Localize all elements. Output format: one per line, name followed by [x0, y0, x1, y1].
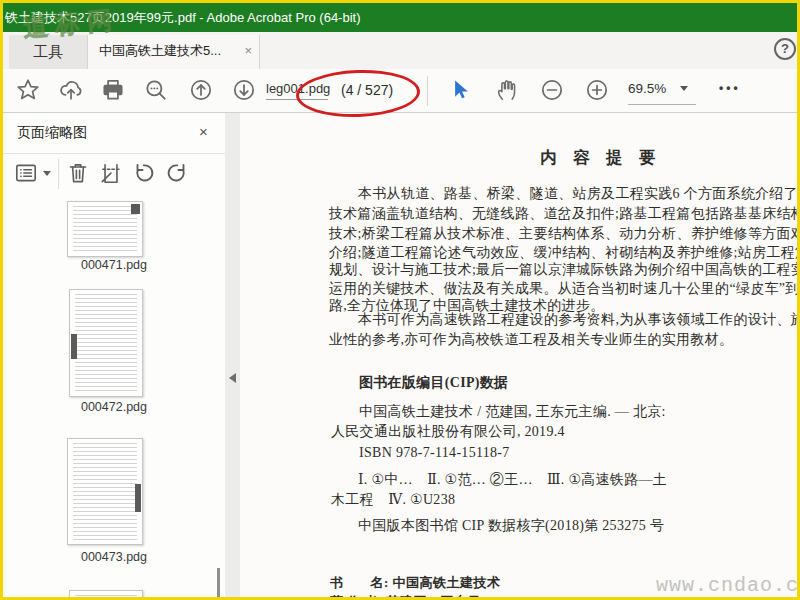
collapse-panel-icon[interactable]	[229, 373, 236, 383]
close-panel-icon[interactable]: ×	[199, 123, 208, 140]
cip-line: 中国高铁土建技术 / 范建国, 王东元主编. — 北京:	[359, 403, 666, 421]
main-toolbar: leg001.pdg (4 / 527) 69.5% •••	[3, 69, 797, 113]
page-down-icon[interactable]	[231, 77, 257, 103]
thumbnail-mark	[71, 334, 77, 359]
star-icon[interactable]	[15, 77, 41, 103]
paragraph-line: 本书可作为高速铁路工程建设的参考资料,为从事该领域工作的设计、施工、科研技术人	[358, 311, 797, 329]
zoom-level-value: 69.5%	[628, 81, 666, 96]
tab-document[interactable]: 中国高铁土建技术5... ×	[87, 35, 260, 69]
title-bar: 铁土建技术527页2019年99元.pdf - Adobe Acrobat Pr…	[3, 3, 797, 32]
cip-line: 人民交通出版社股份有限公司, 2019.4	[331, 423, 565, 441]
section-heading: 内 容 提 要	[540, 147, 656, 169]
paragraph-line: 介绍;隧道工程篇论述气动效应、缓冲结构、衬砌结构及养护维修;站房工程篇重点叙述了…	[329, 244, 797, 262]
acrobat-window: 铁土建技术527页2019年99元.pdf - Adobe Acrobat Pr…	[0, 0, 800, 600]
document-page: 内 容 提 要 本书从轨道、路基、桥梁、隧道、站房及工程实践6 个方面系统介绍了…	[240, 113, 797, 597]
page-thumbnail[interactable]	[67, 201, 143, 257]
help-icon[interactable]: ?	[774, 38, 796, 60]
select-cursor-icon[interactable]	[447, 77, 473, 103]
cloud-upload-icon[interactable]	[58, 77, 84, 103]
more-options-icon[interactable]: •••	[719, 81, 741, 95]
isbn-line: ISBN 978-7-114-15118-7	[359, 445, 510, 461]
toolbar-separator	[427, 76, 428, 106]
paragraph-line: 业性的参考,亦可作为高校铁道工程及相关专业师生的实用教材。	[329, 331, 733, 349]
tab-bar: 工具 中国高铁土建技术5... ×	[3, 32, 797, 70]
thumbnails-panel: 页面缩略图 ×	[3, 113, 225, 597]
trash-icon[interactable]	[65, 160, 91, 186]
thumbnail-label: 000473.pdg	[3, 550, 225, 564]
search-icon[interactable]	[143, 77, 169, 103]
panel-toolbar-separator	[58, 159, 59, 189]
classification-line: 木工程 Ⅳ. ①U238	[331, 491, 455, 509]
hand-tool-icon[interactable]	[493, 77, 519, 103]
thumbnail-content	[73, 443, 137, 540]
book-author-line: 著 作 者: 范建国 王东元	[330, 593, 481, 597]
cip-header: 图书在版编目(CIP)数据	[359, 374, 508, 392]
page-up-icon[interactable]	[188, 77, 214, 103]
thumbnail-mark	[135, 484, 141, 512]
panel-title: 页面缩略图	[17, 124, 87, 142]
zoom-in-icon[interactable]	[584, 77, 610, 103]
thumbnail-options-icon[interactable]	[13, 160, 39, 186]
book-title-line: 书 名: 中国高铁土建技术	[330, 574, 501, 592]
paragraph-line: 运用的关键技术、做法及有关成果。从适合当初时速几十公里的“绿皮车”到现在风驰电掣	[329, 280, 797, 298]
page-thumbnail[interactable]	[69, 590, 143, 600]
crop-pages-icon[interactable]	[98, 160, 124, 186]
rotate-cw-icon[interactable]	[164, 160, 190, 186]
site-watermark: www.cndao.com	[656, 574, 797, 597]
thumbnail-mark	[131, 204, 140, 214]
paragraph-line: 本书从轨道、路基、桥梁、隧道、站房及工程实践6 个方面系统介绍了中国高铁中的土建…	[358, 185, 797, 203]
thumbnail-content	[73, 206, 137, 252]
thumbnail-label: 000472.pdg	[3, 400, 225, 414]
classification-line: Ⅰ. ①中… Ⅱ. ①范… ②王… Ⅲ. ①高速铁路—土	[358, 471, 667, 489]
zoom-out-icon[interactable]	[539, 77, 565, 103]
panel-divider[interactable]	[225, 113, 241, 597]
paragraph-line: 技术篇涵盖轨道结构、无缝线路、道岔及扣件;路基工程篇包括路基基床结构、填料、沉降…	[329, 205, 797, 223]
tab-tools[interactable]: 工具	[9, 35, 87, 69]
paragraph-line: 规划、设计与施工技术;最后一篇以京津城际铁路为例介绍中国高铁的工程实践,着重论述…	[329, 261, 797, 279]
thumbnail-content	[75, 294, 137, 392]
chevron-down-icon[interactable]	[43, 171, 51, 176]
panel-header: 页面缩略图 ×	[3, 113, 225, 154]
chevron-down-icon	[680, 86, 688, 91]
tab-document-label: 中国高铁土建技术5...	[99, 43, 221, 58]
close-tab-icon[interactable]: ×	[244, 35, 252, 67]
window-title: 铁土建技术527页2019年99元.pdf - Adobe Acrobat Pr…	[5, 3, 361, 32]
page-thumbnail[interactable]	[69, 289, 143, 397]
page-thumbnail[interactable]	[67, 438, 143, 545]
panel-scrollbar[interactable]	[217, 568, 220, 600]
thumbnail-content	[75, 595, 137, 600]
print-icon[interactable]	[100, 77, 126, 103]
red-circle-annotation	[295, 68, 421, 119]
rotate-ccw-icon[interactable]	[131, 160, 157, 186]
cip-registry-line: 中国版本图书馆 CIP 数据核字(2018)第 253275 号	[358, 517, 664, 535]
thumbnail-label: 000471.pdg	[3, 258, 225, 272]
paragraph-line: 技术;桥梁工程篇从技术标准、主要结构体系、动力分析、养护维修等方面对高铁系统中的…	[329, 225, 797, 243]
zoom-level-control[interactable]: 69.5%	[628, 79, 696, 105]
